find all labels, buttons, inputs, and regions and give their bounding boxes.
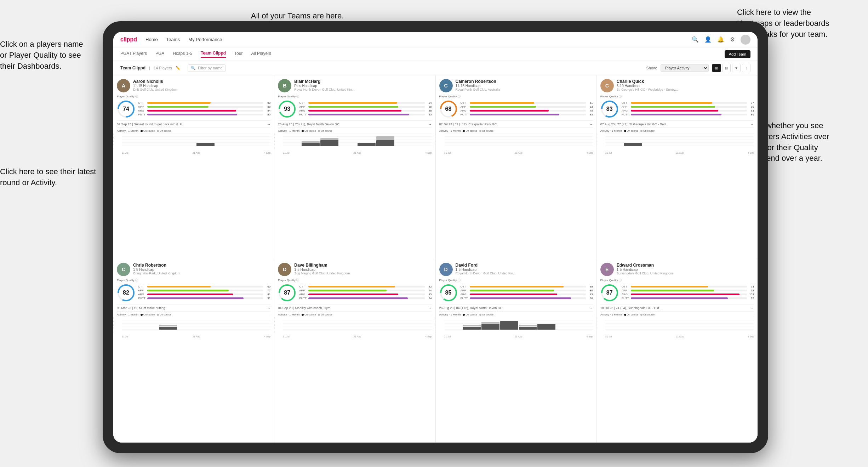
player-quality-label: Player Quality ⓘ: [278, 95, 432, 98]
activity-section: Activity · 1 Month On course Off course …: [117, 129, 270, 154]
activity-legend: On course Off course: [624, 130, 655, 132]
quality-circle[interactable]: 68: [439, 100, 458, 118]
quality-bars: OTT 77 APP 80: [622, 101, 754, 117]
quality-circle[interactable]: 82: [117, 284, 135, 302]
latest-round[interactable]: 02 Sep 23 | Sunset round to get back int…: [117, 120, 270, 128]
player-name[interactable]: Aaron Nicholls: [133, 79, 270, 84]
nav-home[interactable]: Home: [145, 37, 158, 42]
activity-section: Activity · 1 Month On course Off course …: [600, 129, 754, 154]
user-icon[interactable]: 👤: [704, 36, 712, 43]
tab-tour[interactable]: Tour: [234, 51, 242, 57]
tab-pga[interactable]: PGA: [155, 51, 164, 57]
chart-labels: 31 Jul21 Aug4 Sep: [444, 335, 593, 338]
quality-circle[interactable]: 85: [439, 284, 458, 302]
quality-number: 68: [445, 106, 452, 112]
player-card[interactable]: C Charlie Quick 6-10 Handicap St. George…: [597, 75, 758, 259]
quality-circle[interactable]: 74: [117, 100, 135, 118]
player-handicap: 1-5 Handicap: [294, 268, 432, 272]
latest-round[interactable]: 05 Mar 23 | 19, Must make putting →: [117, 304, 270, 312]
tab-hcaps[interactable]: Hcaps 1-5: [173, 51, 192, 57]
mini-chart-wrapper: 54321: [117, 133, 270, 154]
quality-bars: OTT 84 APP 85: [299, 101, 432, 117]
settings-icon[interactable]: ⚙: [730, 36, 735, 43]
player-handicap: 6-10 Handicap: [617, 84, 754, 88]
player-name[interactable]: Edward Crossman: [617, 263, 754, 268]
player-name[interactable]: Cameron Robertson: [456, 79, 593, 84]
activity-title: Activity · 1 Month: [600, 129, 622, 132]
filter-search-icon: 🔍: [191, 66, 196, 70]
player-name[interactable]: Blair McHarg: [294, 79, 432, 84]
player-name[interactable]: Charlie Quick: [617, 79, 754, 84]
quality-bars: OTT 60 APP 77: [138, 285, 270, 301]
player-club: Royal Perth Golf Club, Australia: [456, 88, 593, 91]
activity-title: Activity · 1 Month: [117, 313, 138, 316]
quality-number: 85: [445, 290, 452, 296]
chart-labels: 31 Jul21 Aug4 Sep: [283, 152, 432, 154]
mini-chart-wrapper: 54321: [439, 133, 593, 154]
player-card[interactable]: D David Ford 1-5 Handicap Royal North De…: [436, 259, 596, 443]
activity-legend: On course Off course: [302, 313, 332, 316]
avatar[interactable]: [741, 35, 750, 45]
player-card[interactable]: B Blair McHarg Plus Handicap Royal North…: [274, 75, 435, 259]
add-team-button[interactable]: Add Team: [725, 50, 750, 58]
edit-icon[interactable]: ✏️: [176, 66, 181, 70]
latest-round[interactable]: 04 Sep 23 | Mobility with coach, Gym →: [278, 304, 432, 312]
annotation-teams: All of your Teams are here.: [230, 11, 365, 22]
show-select[interactable]: Player Activity Quality Score Trend: [661, 64, 709, 72]
activity-header: Activity · 1 Month On course Off course: [439, 313, 593, 316]
navbar: clippd Home Teams My Performance 🔍 👤 🔔 ⚙: [113, 32, 758, 47]
quality-bars: OTT 82 APP 74: [299, 285, 432, 301]
player-name[interactable]: Chris Robertson: [133, 263, 270, 268]
player-card[interactable]: D Dave Billingham 1-5 Handicap Sog Magin…: [274, 259, 435, 443]
player-card[interactable]: A Aaron Nicholls 11-15 Handicap Drift Go…: [113, 75, 274, 259]
grid-view-icon[interactable]: ⊞: [712, 64, 721, 72]
latest-round[interactable]: 26 Aug 23 | 84 (+12), Royal North Devon …: [439, 304, 593, 312]
mini-chart: [122, 133, 270, 151]
player-club: Drift Golf Club, United Kingdom: [133, 88, 270, 91]
team-right: Show: Player Activity Quality Score Tren…: [646, 64, 750, 72]
quality-circle[interactable]: 83: [600, 100, 619, 118]
player-avatar: C: [117, 263, 130, 276]
tab-team-clippd[interactable]: Team Clippd: [201, 51, 226, 58]
player-handicap: 11-15 Handicap: [133, 84, 270, 88]
player-avatar: C: [439, 79, 453, 92]
quality-circle[interactable]: 93: [278, 100, 296, 118]
player-quality-label: Player Quality ⓘ: [117, 278, 270, 282]
player-handicap: 1-5 Handicap: [133, 268, 270, 272]
mini-chart-wrapper: 54321: [439, 317, 593, 338]
player-quality-label: Player Quality ⓘ: [439, 95, 593, 98]
latest-round[interactable]: 07 Aug 23 | 77 (+7), St George's Hill GC…: [600, 120, 754, 128]
tab-all-players[interactable]: All Players: [251, 51, 271, 57]
quality-circle[interactable]: 87: [278, 284, 296, 302]
player-card[interactable]: C Cameron Robertson 11-15 Handicap Royal…: [436, 75, 596, 259]
latest-round[interactable]: 26 Aug 23 | 73 (+1), Royal North Devon G…: [278, 120, 432, 128]
show-label: Show:: [646, 66, 657, 70]
nav-performance[interactable]: My Performance: [188, 37, 222, 42]
activity-title: Activity · 1 Month: [439, 313, 461, 316]
quality-circle[interactable]: 87: [600, 284, 619, 302]
player-name[interactable]: David Ford: [456, 263, 593, 268]
bell-icon[interactable]: 🔔: [717, 36, 724, 43]
quality-number: 87: [606, 290, 613, 296]
tab-pgat[interactable]: PGAT Players: [120, 51, 147, 57]
player-quality-label: Player Quality ⓘ: [439, 278, 593, 282]
player-quality-label: Player Quality ⓘ: [600, 95, 754, 98]
sort-icon[interactable]: ↕: [742, 64, 750, 72]
ipad-frame: clippd Home Teams My Performance 🔍 👤 🔔 ⚙…: [103, 21, 768, 453]
quality-section: 93 OTT 84 APP: [278, 100, 432, 118]
filter-view-icon[interactable]: ▼: [732, 64, 741, 72]
player-card[interactable]: C Chris Robertson 1-5 Handicap Craigmill…: [113, 259, 274, 443]
player-handicap: 1-5 Handicap: [617, 268, 754, 272]
latest-round[interactable]: 02 Jul 23 | 59 (+17), Craigmillar Park G…: [439, 120, 593, 128]
activity-legend: On course Off course: [624, 313, 655, 316]
search-icon[interactable]: 🔍: [692, 36, 699, 43]
latest-round[interactable]: 18 Jul 23 | 74 (+4), Sunningdale GC - Ol…: [600, 304, 754, 312]
team-filter[interactable]: 🔍 Filter by name: [188, 64, 226, 72]
player-card[interactable]: E Edward Crossman 1-5 Handicap Sunningda…: [597, 259, 758, 443]
list-view-icon[interactable]: ⊟: [722, 64, 731, 72]
nav-teams[interactable]: Teams: [166, 37, 180, 42]
player-club: Craigmillar Park, United Kingdom: [133, 272, 270, 275]
activity-header: Activity · 1 Month On course Off course: [278, 129, 432, 132]
player-name[interactable]: Dave Billingham: [294, 263, 432, 268]
mini-chart: [444, 317, 593, 335]
